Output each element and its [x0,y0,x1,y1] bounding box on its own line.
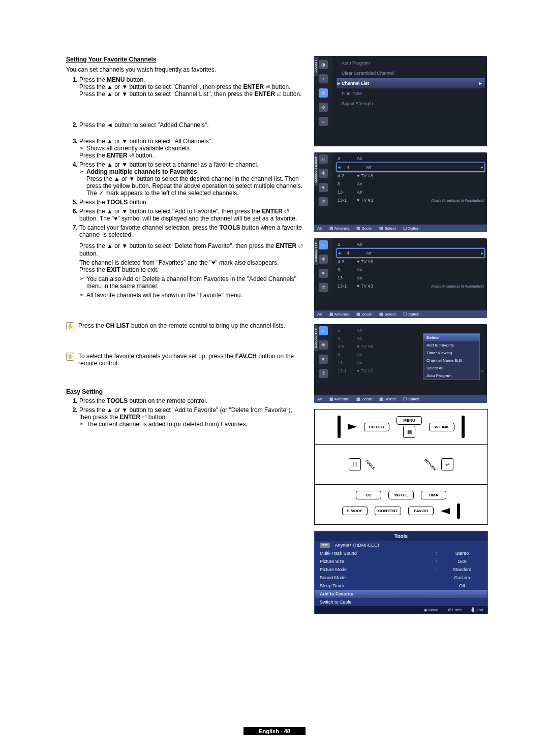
step-2: Press the ◄ button to select "Added Chan… [79,121,305,129]
osd-added-channels: Added Channels All ✚ ♥ ⏱ 2Air ◂4Air▸ 4-2… [314,152,487,232]
channel-menu-list: Auto Program Clear Scrambled Channel Cha… [332,56,487,146]
tools-row[interactable]: Picture Size:16:9 [315,557,487,565]
all-filter-icon[interactable]: All [319,326,328,335]
ctx-auto-program[interactable]: Auto Program [423,372,479,380]
tools-row[interactable]: Multi-Track Sound:Stereo [315,549,487,557]
remote-wlink-button[interactable]: W.LINK [429,423,454,431]
table-row[interactable]: 4-2♥ TV #8 [337,172,485,180]
picture-icon: ◑ [319,60,328,69]
remote-body-right [457,503,460,519]
intro-text: You can set channels you watch frequentl… [66,66,305,73]
table-row[interactable]: 13-1♥ TV #3Alice's Adventures in Wonderl… [337,282,485,290]
table-row[interactable]: 13Air [337,274,485,282]
added-filter-icon[interactable]: ✚ [319,340,328,350]
step-6: Press the ▲ or ▼ button to select "Add t… [79,208,305,222]
table-row[interactable]: ◂4Air▸ [337,163,485,172]
tools-add-favorite[interactable]: Add to Favorite [315,590,487,598]
timer-filter-icon[interactable]: ⏱ [319,197,328,206]
remote-favch-button[interactable]: FAV.CH [408,507,434,515]
tools-row[interactable]: Sleep Timer:Off [315,582,487,590]
channel-icon: ✿ [319,88,328,98]
menu-item-clearscrambled[interactable]: Clear Scrambled Channel [337,68,485,78]
grid-icon: ▦ [403,426,415,438]
note-favch: ✋ To select the favorite channels you ha… [66,353,305,367]
arrow-left-icon [441,508,450,514]
osd-side-label-all: All Channels [314,239,318,265]
remote-chlist-button[interactable]: CH LIST [364,423,389,431]
ctx-add-favorite[interactable]: Add to Favorite [423,341,479,349]
fav-filter-icon[interactable]: ♥ [319,183,328,192]
remote-body-right [462,416,465,438]
tools-panel-title: Tools [315,531,487,541]
step-1: Press the MENU button. Press the ▲ or ▼ … [79,76,305,98]
table-row[interactable]: 8Air [337,266,485,274]
arrow-right-icon [348,424,357,430]
table-row[interactable]: ◂4Air▸ [337,248,485,258]
instruction-text: Setting Your Favorite Channels You can s… [66,56,305,618]
remote-dma-button[interactable]: DMA [421,491,446,499]
tools-switch-cable[interactable]: Switch to Cable [315,598,487,606]
osd-footer: Air▦ Antenna▦ Zoom▦ Select☐ Option [314,395,487,403]
tools-anynet[interactable]: ◄►Anynet+ (HDMI-CEC) [315,541,487,549]
remote-illustration-top-2: ☐ TOOLS RETURN ↩ [314,444,488,485]
added-filter-icon[interactable]: ✚ [319,255,328,264]
easy-step-1: Press the TOOLS button on the remote con… [79,397,305,404]
table-row[interactable]: 13Air [337,188,485,196]
ctx-select-all[interactable]: Select All [423,364,479,372]
osd-side-label: Channel [314,57,318,76]
osd-footer: Air▦ Antenna▦ Zoom▦ Select☐ Option [314,310,487,318]
remote-illustration-bottom: CC INFO.L DMA E.MODE CONTENT FAV.CH [314,484,488,525]
ctx-channel-name-edit[interactable]: Channel Name Edit [423,357,479,364]
easy-setting-title: Easy Setting [66,388,305,395]
table-row[interactable]: 2Air [337,240,485,248]
tools-row[interactable]: Picture Mode:Standard [315,565,487,574]
post-sub-1: You can also Add or Delete a channel fro… [79,275,305,290]
step-4: Press the ▲ or ▼ button to select a chan… [79,161,305,197]
remote-illustration-top: CH LIST MENU ▦ W.LINK [314,409,488,445]
sound-icon: ♪ [319,74,328,83]
step-5: Press the TOOLS button. [79,199,305,206]
fav-filter-icon[interactable]: ♥ [319,355,328,364]
menu-item-signalstrength[interactable]: Signal Strength [337,99,485,109]
osd-footer: Air▦ Antenna▦ Zoom▦ Select☐ Option [314,225,487,232]
ctx-timer-viewing[interactable]: Timer Viewing [423,349,479,357]
timer-filter-icon[interactable]: ⏱ [319,369,328,378]
input-icon: ▭ [319,117,328,126]
menu-item-channellist[interactable]: Channel List [337,78,485,88]
step-4-sub: Adding multiple channels to Favorites Pr… [79,168,305,197]
remote-menu-button[interactable]: MENU [396,416,422,425]
remote-cc-button[interactable]: CC [356,491,381,499]
easy-step-2-sub: The current channel is added to (or dele… [79,421,305,428]
post-sub-2: All favorite channels will be shown in t… [79,292,305,299]
menu-item-autoprogram[interactable]: Auto Program [337,58,485,68]
remote-icon: ✋ [66,322,74,330]
table-row[interactable]: 13-1♥ TV #3Alice's Adventures in Wonderl… [337,196,485,204]
return-icon: ↩ [441,458,453,470]
all-filter-icon[interactable]: All [319,154,328,164]
setup-icon: ✤ [319,103,328,112]
tools-footer: ◆ Move ⏎ Enter ▪▋ Exit [315,606,487,614]
table-row[interactable]: 8Air [337,180,485,188]
table-row[interactable]: 2Air [337,154,485,163]
step-3: Press the ▲ or ▼ button to select "All C… [79,138,305,159]
remote-content-button[interactable]: CONTENT [375,507,402,515]
tools-row[interactable]: Sound Mode:Custom [315,574,487,582]
remote-infol-button[interactable]: INFO.L [388,491,414,499]
channel-list: 2Air ◂4Air▸ 4-2♥ TV #8 8Air 13Air 13-1♥ … [332,238,487,310]
remote-icon: ✋ [66,353,74,361]
step-3-sub: Shows all currently available channels. [79,145,305,152]
osd-side-label-all: All Channels [314,325,318,351]
fav-filter-icon[interactable]: ♥ [319,269,328,278]
timer-filter-icon[interactable]: ⏱ [319,283,328,292]
page-number: English - 48 [0,728,549,735]
tools-label: TOOLS [364,459,376,470]
table-row[interactable]: 4-2♥ TV #8 [337,258,485,266]
all-filter-icon[interactable]: All [319,240,328,249]
remote-emode-button[interactable]: E.MODE [342,507,368,515]
menu-item-finetune[interactable]: Fine Tune [337,88,485,99]
context-menu: Delete Add to Favorite Timer Viewing Cha… [423,333,480,380]
osd-channel-menu: Channel ◑ ♪ ✿ ✤ ▭ Auto Program Clear Scr… [314,56,487,146]
ctx-delete[interactable]: Delete [423,334,479,341]
added-filter-icon[interactable]: ✚ [319,169,328,178]
step-7: To cancel your favorite channel selectio… [79,224,305,273]
